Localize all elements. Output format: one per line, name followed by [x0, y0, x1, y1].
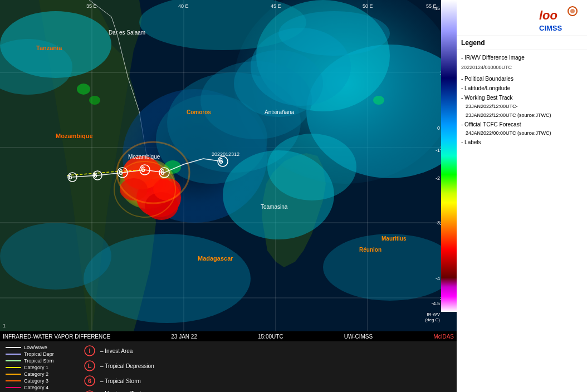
- colorbar-unit2: (deg C): [425, 317, 440, 322]
- track-types-legend: Low/Wave Tropical Depr Tropical Strm Cat…: [6, 345, 72, 389]
- status-date: 23 JAN 22: [171, 334, 197, 340]
- trop-storm-label: – Tropical Storm: [100, 378, 141, 384]
- legend-tropical-depression: L – Tropical Depression: [84, 360, 154, 372]
- map-background: [0, 0, 457, 331]
- colorbar: [441, 0, 457, 312]
- colorbar-label-neg1: -1: [436, 148, 440, 153]
- trop-depr-label: Tropical Depr: [24, 351, 54, 357]
- legend-forecast: - Official TCFC Forecast: [461, 120, 583, 129]
- legend-cat2: Category 2: [6, 371, 72, 377]
- trop-depression-symbol: L: [84, 360, 96, 372]
- trop-storm-symbol: 6: [84, 375, 96, 387]
- legend-track-date2: 23JAN2022/12:00UTC (source:JTWC): [466, 111, 583, 120]
- legend-best-track: - Working Best Track: [461, 93, 583, 102]
- cat1-label: Category 1: [24, 365, 48, 370]
- trop-strm-label: Tropical Strm: [24, 358, 53, 364]
- cat3-line: [6, 380, 21, 381]
- colorbar-label-top: +45: [432, 6, 440, 11]
- trop-depr-line: [6, 354, 21, 355]
- svg-point-79: [570, 9, 575, 13]
- colorbar-unit: IR-WV: [427, 312, 440, 317]
- low-wave-line: [6, 347, 21, 348]
- colorbar-label-neg2: -2: [436, 175, 440, 181]
- legend-cat1: Category 1: [6, 365, 72, 370]
- hurricane-label-container: – Hurricane/Typhoon (w/category): [100, 390, 152, 393]
- status-bar: INFRARED-WATER VAPOR DIFFERENCE 23 JAN 2…: [0, 331, 457, 341]
- svg-text:CIMSS: CIMSS: [539, 24, 562, 32]
- svg-text:L: L: [88, 362, 92, 369]
- legend-hurricane: 8 – Hurricane/Typhoon (w/category): [84, 390, 154, 392]
- status-time: 15:00UTC: [258, 334, 283, 340]
- storm-symbols-legend: I – Invest Area L – Tropical Depression …: [84, 345, 154, 389]
- status-software: McIDAS: [433, 334, 454, 340]
- legend-track-date: 23JAN2022/12:00UTC-: [466, 102, 583, 111]
- right-panel: loo CIMSS Legend - IR/WV Difference Imag…: [457, 0, 587, 392]
- invest-symbol: I: [84, 345, 96, 357]
- colorbar-label-neg4: -4: [436, 276, 440, 281]
- hurricane-symbol: 8: [84, 390, 96, 392]
- legend-invest: I – Invest Area: [84, 345, 154, 357]
- map-container: 6 6 6 6 6 6 2022012312 Tanzania Dar es S…: [0, 0, 457, 331]
- legend-image-type: - IR/WV Difference Image: [461, 53, 583, 62]
- status-source: UW-CIMSS: [344, 334, 373, 340]
- legend-timestamp: 20220124/010000UTC: [461, 62, 583, 72]
- legend-trop-strm: Tropical Strm: [6, 358, 72, 364]
- legend-boundaries: - Political Boundaries: [461, 74, 583, 84]
- svg-text:6: 6: [88, 378, 91, 384]
- svg-text:loo: loo: [539, 8, 557, 22]
- cat4-label: Category 4: [24, 385, 48, 390]
- cat3-label: Category 3: [24, 378, 48, 384]
- legend-forecast-date: 24JAN2022/00:00UTC (source:JTWC): [466, 129, 583, 138]
- cimss-logo: loo CIMSS: [538, 3, 583, 33]
- legend-trop-depr: Tropical Depr: [6, 351, 72, 357]
- trop-strm-line: [6, 360, 21, 361]
- trop-depression-label: – Tropical Depression: [100, 363, 154, 369]
- cat1-line: [6, 367, 21, 368]
- legend-lat-lon: - Latitude/Longitude: [461, 84, 583, 93]
- colorbar-label-neg3: -3: [436, 220, 440, 226]
- legend-labels: - Labels: [461, 138, 583, 147]
- legend-cat4: Category 4: [6, 385, 72, 390]
- colorbar-label-neg45: -4.5: [431, 301, 440, 306]
- low-wave-label: Low/Wave: [24, 345, 47, 350]
- svg-text:I: I: [89, 347, 90, 354]
- cat2-label: Category 2: [24, 371, 48, 377]
- legend-tropical-storm: 6 – Tropical Storm: [84, 375, 154, 387]
- legend-title: Legend: [461, 39, 583, 47]
- cat4-line: [6, 387, 21, 388]
- colorbar-label-zero: 0: [437, 125, 440, 131]
- legend-cat3: Category 3: [6, 378, 72, 384]
- legend-low-wave: Low/Wave: [6, 345, 72, 350]
- hurricane-label: – Hurricane/Typhoon: [100, 390, 152, 393]
- status-title: INFRARED-WATER VAPOR DIFFERENCE: [3, 334, 110, 340]
- invest-label: – Invest Area: [100, 348, 133, 354]
- cat2-line: [6, 374, 21, 375]
- legend-bottom: Low/Wave Tropical Depr Tropical Strm Cat…: [0, 341, 457, 392]
